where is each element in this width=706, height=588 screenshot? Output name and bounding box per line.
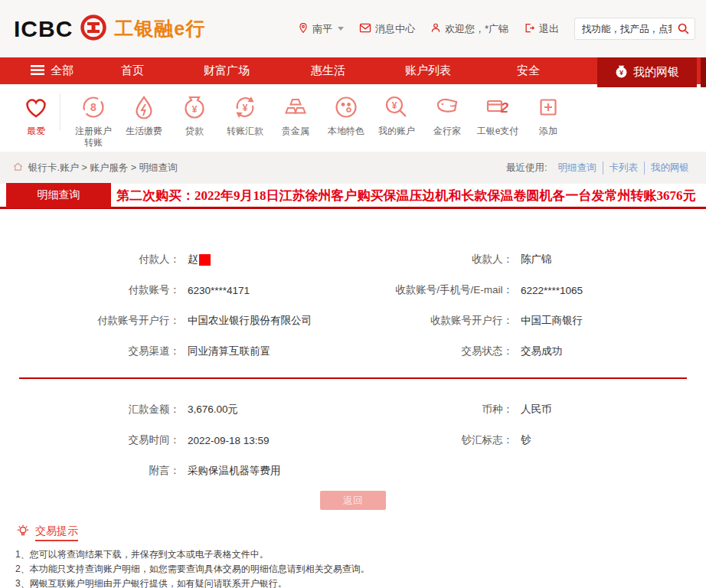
nav-edge-strip xyxy=(701,57,706,87)
svg-text:¥: ¥ xyxy=(619,69,623,77)
logout-button[interactable]: 退出 xyxy=(524,22,559,36)
svg-text:8: 8 xyxy=(90,101,96,113)
detail-row-time-flag: 交易时间： 2022-09-18 13:59 钞汇标志： 钞 xyxy=(0,425,706,456)
payee-name-value: 陈广锦 xyxy=(521,253,552,266)
tip-item: 3、网银互联账户明细由开户银行提供，如有疑问请联系开户银行。 xyxy=(15,577,706,588)
tips-list: 1、您可以将查询结果下载，并保存到文本或电子表格文件中。 2、本功能只支持查询账… xyxy=(15,547,706,588)
message-center-label: 消息中心 xyxy=(375,22,415,36)
welcome-user[interactable]: 欢迎您，*广锦 xyxy=(430,22,508,36)
field-label: 付款账号： xyxy=(0,283,180,297)
nav-item-home[interactable]: 首页 xyxy=(121,64,144,78)
hamburger-icon xyxy=(31,64,44,77)
location-pin-icon xyxy=(298,22,309,36)
nav-label: 首页 xyxy=(121,64,144,78)
payee-account-value: 6222****1065 xyxy=(521,285,583,296)
nav-label: 全部 xyxy=(51,64,74,78)
envelope-icon xyxy=(359,23,371,35)
quicklink-label: 贵金属 xyxy=(282,126,309,137)
nav-item-wealth-plaza[interactable]: 财富广场 xyxy=(204,64,250,78)
recent-label: 最近使用: xyxy=(506,162,547,175)
header-utilities: 南平 消息中心 欢迎您，*广锦 退出 xyxy=(298,18,695,40)
section-divider xyxy=(19,377,687,379)
back-button[interactable]: 返回 xyxy=(320,491,386,510)
quicklink-local-features[interactable]: 本地特色 xyxy=(321,92,371,137)
icbc-logo-text: ICBC xyxy=(14,16,73,42)
detail-row-channel-status: 交易渠道： 同业清算互联前置 交易状态： 交易成功 xyxy=(0,336,706,367)
quicklink-label: 本地特色 xyxy=(328,126,364,137)
main-nav: 全部 首页 财富广场 惠生活 账户列表 安全 设置 ¥ 我的网银 xyxy=(0,57,706,84)
recent-link-my-ebank[interactable]: 我的网银 xyxy=(644,162,695,175)
recent-link-detail-query[interactable]: 明细查询 xyxy=(552,162,603,175)
transaction-detail-panel: 付款人： 赵 收款人： 陈广锦 付款账号： 6230****4171 收款账号/… xyxy=(0,209,706,518)
currency-value: 人民币 xyxy=(521,403,552,416)
channel-value: 同业清算互联前置 xyxy=(188,345,270,358)
card-epay-icon: 2 xyxy=(484,92,512,122)
brand-name: 工银融e行 xyxy=(114,16,205,41)
quicklink-register-transfer[interactable]: 8 注册账户 转账 xyxy=(68,92,119,149)
chevron-down-icon xyxy=(338,27,344,31)
quicklink-loan[interactable]: ¥ 贷款 xyxy=(169,92,220,137)
field-label: 付款账号开户行： xyxy=(0,314,180,328)
detail-row-memo: 附言： 采购保温机器等费用 xyxy=(0,456,706,486)
home-icon xyxy=(12,162,24,175)
detail-row-accounts: 付款账号： 6230****4171 收款账号/手机号/E-mail： 6222… xyxy=(0,275,706,305)
quicklink-life-payment[interactable]: 生活缴费 xyxy=(119,92,169,137)
cart-icon xyxy=(433,92,461,122)
quicklink-label: 转账汇款 xyxy=(227,126,263,137)
recent-link-card-list[interactable]: 卡列表 xyxy=(603,162,645,175)
tab-detail-query[interactable]: 明细查询 xyxy=(6,183,111,208)
quicklink-my-account[interactable]: ¥ 我的账户 xyxy=(371,92,422,137)
transfer-arrows-icon: ¥ xyxy=(231,92,259,122)
nav-item-my-ebank[interactable]: ¥ 我的网银 xyxy=(597,57,697,87)
brand: ICBC 工银融e行 xyxy=(14,14,205,44)
breadcrumb-row: 银行卡.账户 > 账户服务 > 明细查询 最近使用: 明细查询 卡列表 我的网银 xyxy=(0,152,706,184)
field-label: 交易时间： xyxy=(0,433,180,447)
quicklink-precious-metals[interactable]: 贵金属 xyxy=(270,92,321,137)
quicklink-label: 金行家 xyxy=(433,126,461,137)
tips-header: 交易提示 xyxy=(15,524,706,542)
svg-text:¥: ¥ xyxy=(243,103,248,113)
quicklink-label: 添加 xyxy=(539,126,557,137)
svg-text:¥: ¥ xyxy=(392,100,397,111)
message-center-link[interactable]: 消息中心 xyxy=(359,22,415,36)
payee-bank-value: 中国工商银行 xyxy=(521,314,583,328)
field-label: 附言： xyxy=(0,464,180,478)
quicklink-label: 最爱 xyxy=(27,126,45,137)
logout-label: 退出 xyxy=(539,22,559,36)
welcome-label: 欢迎您，*广锦 xyxy=(445,22,508,36)
local-features-icon xyxy=(332,92,360,122)
time-value: 2022-09-18 13:59 xyxy=(188,435,270,446)
search-icon[interactable] xyxy=(677,22,690,38)
tip-item: 2、本功能只支持查询账户明细，如您需要查询具体交易的明细信息请到相关交易查询。 xyxy=(15,562,706,577)
field-label: 币种： xyxy=(356,403,513,416)
nav-item-account-list[interactable]: 账户列表 xyxy=(405,64,451,78)
quicklink-icbc-epay[interactable]: 2 工银e支付 xyxy=(472,92,523,137)
money-bag-yuan-icon: ¥ xyxy=(181,92,208,122)
gold-bars-icon xyxy=(282,92,309,122)
register-transfer-icon: 8 xyxy=(80,92,107,122)
svg-text:2: 2 xyxy=(500,100,508,116)
quicklink-gold-expert[interactable]: 金行家 xyxy=(422,92,472,137)
nav-item-all[interactable]: 全部 xyxy=(31,64,74,78)
memo-value: 采购保温机器等费用 xyxy=(188,464,281,478)
field-label: 收款人： xyxy=(356,253,513,266)
location-selector[interactable]: 南平 xyxy=(298,22,344,36)
detail-row-amount-currency: 汇款金额： 3,676.00元 币种： 人民币 xyxy=(0,394,706,425)
quicklink-label: 工银e支付 xyxy=(477,126,519,137)
nav-item-life[interactable]: 惠生活 xyxy=(311,64,345,78)
add-plus-icon xyxy=(534,92,562,122)
transaction-tips: 交易提示 1、您可以将查询结果下载，并保存到文本或电子表格文件中。 2、本功能只… xyxy=(0,518,706,588)
field-label: 交易状态： xyxy=(356,345,513,358)
quicklink-label: 注册账户 转账 xyxy=(71,126,116,149)
quicklink-label: 我的账户 xyxy=(378,126,415,137)
nav-label: 账户列表 xyxy=(405,64,451,78)
breadcrumb-path: 银行卡.账户 > 账户服务 > 明细查询 xyxy=(28,162,177,175)
quicklink-favorites[interactable]: 最爱 xyxy=(15,92,57,137)
nav-item-security[interactable]: 安全 xyxy=(517,64,540,78)
nav-label: 惠生活 xyxy=(311,64,345,78)
quicklink-transfer-remit[interactable]: ¥ 转账汇款 xyxy=(220,92,270,137)
money-bag-icon: ¥ xyxy=(615,64,628,80)
breadcrumb[interactable]: 银行卡.账户 > 账户服务 > 明细查询 xyxy=(12,162,177,175)
quicklink-add[interactable]: 添加 xyxy=(523,92,574,137)
payer-name-value: 赵 xyxy=(188,253,211,266)
